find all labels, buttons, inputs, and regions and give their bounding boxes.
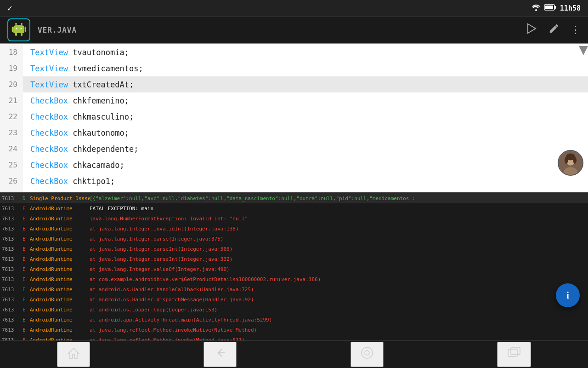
log-tag: AndroidRuntime <box>30 256 90 262</box>
svg-point-19 <box>573 157 577 164</box>
log-level: E <box>23 256 30 262</box>
edit-button[interactable] <box>548 23 560 37</box>
code-line: 23 CheckBox chkautonomo; <box>0 125 588 141</box>
log-line: 7613 E AndroidRuntime at java.lang.Integ… <box>0 254 588 264</box>
log-level: E <box>23 206 30 212</box>
code-line: 20 TextView txtCreatedAt; <box>0 76 588 92</box>
log-tag: AndroidRuntime <box>30 236 90 242</box>
log-pid: 7613 <box>2 216 23 222</box>
line-number: 19 <box>0 60 23 76</box>
variable-name: chkacamado; <box>73 161 124 170</box>
log-message: at android.os.Handler.dispatchMessage(Ha… <box>90 297 586 303</box>
log-message: at android.app.ActivityThread.main(Activ… <box>90 317 586 323</box>
line-number: 25 <box>0 157 23 173</box>
log-level: E <box>23 337 30 341</box>
log-tag: AndroidRuntime <box>30 246 90 252</box>
log-tag: AndroidRuntime <box>30 276 90 282</box>
back-nav-button[interactable] <box>204 342 237 367</box>
code-content: CheckBox chkmasculino; <box>23 112 134 121</box>
code-content: TextView tvautonomia; <box>23 48 129 57</box>
code-line: 27 CheckBox chktipo2; <box>0 189 588 192</box>
log-level: E <box>23 276 30 282</box>
log-message: at android.os.Handler.handleCallback(Han… <box>90 287 586 293</box>
log-lines-container: 7613 D Single Product Dssseeeetails [{"a… <box>0 193 588 340</box>
log-message: at com.example.androidhive.ver$GetProduc… <box>90 276 586 282</box>
log-pid: 7613 <box>2 337 23 341</box>
keyword-type: TextView <box>30 80 68 89</box>
log-pid: 7613 <box>2 287 23 293</box>
log-tag: AndroidRuntime <box>30 226 90 232</box>
log-pid: 7613 <box>2 196 23 201</box>
log-message: at java.lang.Integer.valueOf(Integer.jav… <box>90 266 586 272</box>
log-level: D <box>23 196 30 201</box>
log-panel[interactable]: 7613 D Single Product Dssseeeetails [{"a… <box>0 192 588 340</box>
recents-button[interactable] <box>497 342 531 367</box>
code-line: 19 TextView tvmedicamentos; <box>0 60 588 76</box>
log-tag: AndroidRuntime <box>30 337 90 341</box>
log-pid: 7613 <box>2 246 23 252</box>
fab-icon: i <box>566 290 569 301</box>
log-message: [{"alzeimer":null,"avc":null,"diabetes":… <box>90 196 586 201</box>
keyword-type: CheckBox <box>30 177 68 186</box>
svg-point-22 <box>362 347 373 358</box>
home-nav-button[interactable] <box>57 342 90 367</box>
variable-name: tvmedicamentos; <box>73 64 143 73</box>
line-number: 22 <box>0 109 23 125</box>
log-pid: 7613 <box>2 206 23 212</box>
line-number: 26 <box>0 173 23 189</box>
status-right: 11h58 <box>531 4 581 12</box>
log-message: at java.lang.Integer.parseInt(Integer.ja… <box>90 246 586 252</box>
log-tag: AndroidRuntime <box>30 317 90 323</box>
log-line: 7613 E AndroidRuntime at java.lang.Integ… <box>0 234 588 244</box>
log-message: at java.lang.Integer.invalidInt(Integer.… <box>90 226 586 232</box>
code-content: CheckBox chkautonomo; <box>23 128 129 138</box>
svg-point-4 <box>21 23 23 25</box>
keyword-type: CheckBox <box>30 112 68 121</box>
svg-rect-25 <box>511 347 520 355</box>
run-button[interactable] <box>526 23 537 37</box>
code-line: 25 CheckBox chkacamado; <box>0 157 588 173</box>
svg-point-3 <box>15 23 17 25</box>
toolbar-actions: ⋮ <box>526 23 581 37</box>
log-level: E <box>23 246 30 252</box>
more-menu-button[interactable]: ⋮ <box>571 24 581 36</box>
log-pid: 7613 <box>2 327 23 333</box>
log-line: 7613 E AndroidRuntime at java.lang.Integ… <box>0 244 588 254</box>
bottom-nav <box>0 340 588 368</box>
svg-point-18 <box>565 157 568 164</box>
svg-point-16 <box>568 160 573 163</box>
log-level: E <box>23 287 30 293</box>
log-tag: AndroidRuntime <box>30 266 90 272</box>
log-message: java.lang.NumberFormatException: Invalid… <box>90 216 586 222</box>
apps-home-button[interactable] <box>351 342 384 367</box>
line-number: 20 <box>0 76 23 92</box>
variable-name: tvautonomia; <box>73 48 129 57</box>
log-level: E <box>23 236 30 242</box>
check-icon: ✓ <box>7 3 12 13</box>
svg-rect-24 <box>508 349 517 356</box>
code-editor[interactable]: 18 TextView tvautonomia; 19 TextView tvm… <box>0 44 588 192</box>
svg-marker-9 <box>528 24 536 33</box>
log-pid: 7613 <box>2 317 23 323</box>
log-message: at java.lang.Integer.parseInt(Integer.ja… <box>90 256 586 262</box>
svg-rect-1 <box>545 6 553 9</box>
keyword-type: TextView <box>30 48 68 57</box>
log-pid: 7613 <box>2 276 23 282</box>
log-line: 7613 E AndroidRuntime at java.lang.Integ… <box>0 224 588 234</box>
code-panel[interactable]: 18 TextView tvautonomia; 19 TextView tvm… <box>0 44 588 340</box>
log-level: E <box>23 327 30 333</box>
code-content: CheckBox chktipo1; <box>23 177 115 186</box>
variable-name: chkfemenino; <box>73 96 129 105</box>
log-line: 7613 E AndroidRuntime FATAL EXCEPTION: m… <box>0 203 588 213</box>
code-content: CheckBox chkdependente; <box>23 144 138 154</box>
fab-button[interactable]: i <box>556 283 580 307</box>
log-line: 7613 E AndroidRuntime at android.os.Hand… <box>0 284 588 294</box>
log-pid: 7613 <box>2 226 23 232</box>
log-message: at java.lang.reflect.Method.invokeNative… <box>90 327 586 333</box>
log-pid: 7613 <box>2 297 23 303</box>
code-lines-container: 18 TextView tvautonomia; 19 TextView tvm… <box>0 44 588 192</box>
line-number: 23 <box>0 125 23 141</box>
line-number: 27 <box>0 189 23 192</box>
svg-marker-20 <box>68 348 79 358</box>
android-icon <box>11 20 27 40</box>
